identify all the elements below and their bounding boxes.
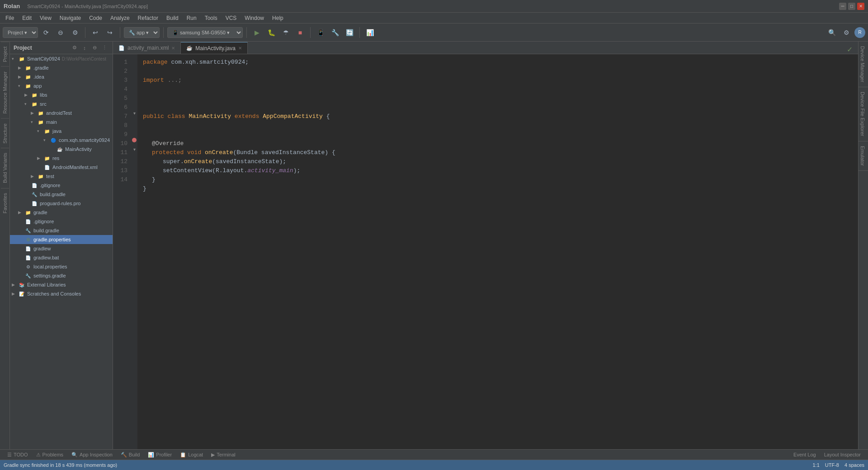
toolbar-redo-btn[interactable]: ↪ (104, 26, 116, 39)
run-button[interactable]: ▶ (250, 26, 263, 39)
tree-gradle-properties[interactable]: ▶ ⚙ gradle.properties (10, 235, 113, 244)
tree-res[interactable]: ▶ 📁 res (10, 154, 113, 163)
bottom-tab-todo[interactable]: ☰ TODO (4, 451, 32, 459)
toolbar-btn-sdk[interactable]: 🔧 (329, 26, 341, 39)
tree-package[interactable]: ▾ 🔵 com.xqh.smartcity0924 (10, 136, 113, 145)
right-panel-device-explorer[interactable]: Device File Explorer (859, 87, 868, 141)
toolbar-btn-sync[interactable]: 🔄 (343, 26, 356, 39)
bottom-tab-terminal[interactable]: ▶ Terminal (208, 451, 239, 459)
fold-10[interactable] (131, 136, 137, 145)
menu-view[interactable]: View (36, 14, 55, 22)
project-tree: ▾ 📁 SmartCity0924 D:\WorkPlace\Contest ▶… (10, 54, 113, 449)
menu-window[interactable]: Window (241, 14, 268, 22)
app-dropdown[interactable]: 🔧 app ▾ (124, 27, 160, 38)
tree-java[interactable]: ▾ 📁 java (10, 127, 113, 136)
tree-libs[interactable]: ▶ 📁 libs (10, 90, 113, 99)
left-panel-structure[interactable]: Structure (1, 118, 9, 148)
coverage-button[interactable]: ☂ (279, 26, 292, 39)
menu-help[interactable]: Help (269, 14, 287, 22)
tab-java-close[interactable]: ✕ (238, 46, 242, 51)
bottom-tab-event-log[interactable]: Event Log (790, 451, 820, 458)
left-panel-build-variants[interactable]: Build Variants (1, 148, 9, 188)
menu-file[interactable]: File (2, 14, 18, 22)
toolbar-collapse-btn[interactable]: ⊖ (54, 26, 67, 39)
menu-analyze[interactable]: Analyze (107, 14, 133, 22)
tree-proguard[interactable]: ▶ 📄 proguard-rules.pro (10, 199, 113, 208)
toolbar-undo-btn[interactable]: ↩ (89, 26, 102, 39)
left-panel-favorites[interactable]: Favorites (1, 188, 9, 218)
tree-test[interactable]: ▶ 📁 test (10, 172, 113, 181)
tree-local-properties[interactable]: ▶ ⚙ local.properties (10, 262, 113, 271)
tree-main[interactable]: ▾ 📁 main (10, 118, 113, 127)
project-dropdown[interactable]: Project ▾ (3, 27, 38, 38)
status-indent[interactable]: 4 spaces (844, 462, 864, 468)
menu-navigate[interactable]: Navigate (56, 14, 85, 22)
toolbar-btn-profiler[interactable]: 📊 (363, 26, 376, 39)
bottom-tab-profiler[interactable]: 📊 Profiler (144, 451, 175, 459)
tree-mainactivity[interactable]: ▶ ☕ MainActivity (10, 145, 113, 154)
menu-tools[interactable]: Tools (201, 14, 221, 22)
tree-androidtest[interactable]: ▶ 📁 androidTest (10, 108, 113, 118)
title-bar-left: Rolan SmartCity0924 - MainActivity.java … (4, 3, 148, 9)
tree-buildgradle-root[interactable]: ▶ 🔧 build.gradle (10, 226, 113, 235)
toolbar-settings-btn[interactable]: ⚙ (69, 26, 81, 39)
bottom-tab-app-inspection[interactable]: 🔍 App Inspection (68, 451, 116, 459)
tree-buildgradle-app[interactable]: ▶ 🔧 build.gradle (10, 190, 113, 199)
fold-11[interactable]: ▾ (131, 145, 137, 154)
avatar-button[interactable]: R (854, 27, 865, 38)
tree-scratches[interactable]: ▶ 📝 Scratches and Consoles (10, 289, 113, 298)
bottom-tab-logcat[interactable]: 📋 Logcat (176, 451, 207, 459)
menu-refactor[interactable]: Refactor (134, 14, 162, 22)
tree-idea[interactable]: ▶ 📁 .idea (10, 72, 113, 81)
menu-build[interactable]: Build (163, 14, 182, 22)
code-area[interactable]: package com.xqh.smartcity0924; import ..… (137, 54, 858, 449)
menu-vcs[interactable]: VCS (222, 14, 241, 22)
tree-external-libs[interactable]: ▶ 📚 External Libraries (10, 280, 113, 289)
status-position[interactable]: 1:1 (813, 462, 820, 468)
tree-gitignore-root[interactable]: ▶ 📄 .gitignore (10, 217, 113, 226)
tree-app[interactable]: ▾ 📁 app (10, 81, 113, 90)
line-num-8: 8 (124, 121, 127, 130)
device-dropdown[interactable]: 📱 samsung SM-G9550 ▾ (167, 27, 243, 38)
fold-13[interactable] (131, 163, 137, 172)
tab-activity-main-xml[interactable]: 📄 activity_main.xml ✕ (113, 42, 181, 54)
tree-manifest[interactable]: ▶ 📄 AndroidManifest.xml (10, 163, 113, 172)
tree-src[interactable]: ▾ 📁 src (10, 99, 113, 108)
bottom-tab-problems[interactable]: ⚠ Problems (33, 451, 67, 459)
maximize-button[interactable]: □ (848, 3, 855, 10)
tab-mainactivity-java[interactable]: ☕ MainActivity.java ✕ (181, 42, 247, 54)
menu-code[interactable]: Code (85, 14, 106, 22)
stop-button[interactable]: ■ (294, 26, 307, 39)
code-line-14: } (143, 175, 853, 184)
right-panel-emulator[interactable]: Emulator (859, 141, 868, 171)
tree-gradle-hidden[interactable]: ▶ 📁 .gradle (10, 63, 113, 72)
menu-run[interactable]: Run (183, 14, 200, 22)
left-panel-resource[interactable]: Resource Manager (1, 66, 9, 118)
panel-tool-settings[interactable]: ⋮ (100, 43, 109, 52)
minimize-button[interactable]: ─ (839, 3, 846, 10)
bottom-tab-build[interactable]: 🔨 Build (117, 451, 143, 459)
toolbar-sep6 (359, 27, 360, 38)
tree-gitignore-app[interactable]: ▶ 📄 .gitignore (10, 181, 113, 190)
tree-gradle-root[interactable]: ▶ 📁 gradle (10, 208, 113, 217)
debug-button[interactable]: 🐛 (265, 26, 278, 39)
toolbar-btn-avd[interactable]: 📱 (314, 26, 327, 39)
panel-tool-collapse[interactable]: ⊖ (90, 43, 99, 52)
toolbar-sync-btn[interactable]: ⟳ (40, 26, 52, 39)
settings-gear-button[interactable]: ⚙ (840, 26, 853, 39)
right-panel-device-manager[interactable]: Device Manager (859, 42, 868, 87)
tree-settings-gradle[interactable]: ▶ 🔧 settings.gradle (10, 271, 113, 280)
tree-gradlew-bat[interactable]: ▶ 📄 gradlew.bat (10, 253, 113, 262)
tab-xml-close[interactable]: ✕ (171, 46, 175, 51)
tree-root[interactable]: ▾ 📁 SmartCity0924 D:\WorkPlace\Contest (10, 54, 113, 63)
menu-edit[interactable]: Edit (19, 14, 35, 22)
search-everywhere-button[interactable]: 🔍 (826, 26, 838, 39)
tree-gradlew[interactable]: ▶ 📄 gradlew (10, 244, 113, 253)
status-encoding[interactable]: UTF-8 (825, 462, 839, 468)
bottom-tab-layout-inspector[interactable]: Layout Inspector (821, 451, 864, 458)
fold-7[interactable]: ▾ (131, 108, 137, 118)
panel-tool-sort[interactable]: ↕ (80, 43, 89, 52)
left-panel-project[interactable]: Project (1, 42, 9, 66)
panel-tool-gear[interactable]: ⚙ (70, 43, 79, 52)
close-button[interactable]: ✕ (857, 3, 864, 10)
